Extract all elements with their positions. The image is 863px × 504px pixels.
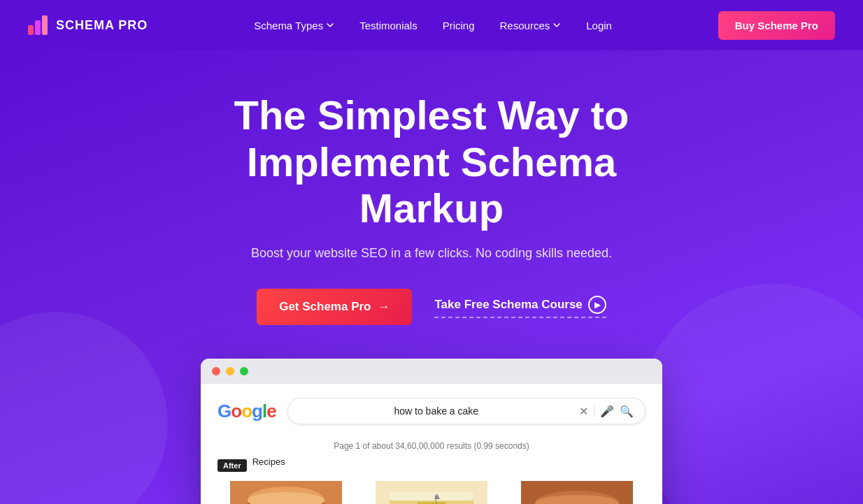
play-icon: ▶: [588, 296, 606, 314]
free-course-link[interactable]: Take Free Schema Course ▶: [434, 296, 606, 318]
hero-subtext: Boost your website SEO in a few clicks. …: [28, 246, 835, 261]
search-submit-icon[interactable]: 🔍: [620, 405, 634, 418]
hero-section: The Simplest Way to Implement Schema Mar…: [0, 50, 863, 504]
chevron-down-icon: [326, 21, 334, 29]
recipe-card: Simple Vanilla Cake Recipe & Video Joy o…: [363, 481, 500, 504]
nav-schema-types[interactable]: Schema Types: [254, 20, 334, 31]
google-logo: Google: [217, 401, 276, 422]
google-search-area: Google how to bake a cake ✕ 🎤 🔍: [201, 384, 662, 441]
recipe-card: How to Bake a Cake wikihow ★★★★★ (244): [217, 481, 355, 504]
dot-green: [240, 367, 248, 375]
after-badge: After: [217, 459, 247, 472]
browser-bar: [201, 359, 662, 384]
recipes-label: Recipes: [252, 456, 285, 467]
search-query: how to bake a cake: [299, 405, 573, 417]
browser-mockup: Google how to bake a cake ✕ 🎤 🔍 Page 1 o…: [201, 359, 662, 504]
navbar: SCHEMA PRO Schema Types Testimonials Pri…: [0, 0, 863, 50]
clear-icon[interactable]: ✕: [579, 405, 588, 418]
dot-red: [212, 367, 220, 375]
dot-yellow: [226, 367, 234, 375]
search-bar[interactable]: how to bake a cake ✕ 🎤 🔍: [287, 398, 646, 424]
svg-rect-2: [42, 15, 48, 35]
recipes-section: After Recipes: [201, 456, 662, 504]
recipe-image-2: [363, 481, 500, 504]
results-info: Page 1 of about 34,60,00,000 results (0.…: [201, 441, 662, 451]
browser-content: Google how to bake a cake ✕ 🎤 🔍 Page 1 o…: [201, 384, 662, 504]
search-divider: [594, 404, 594, 418]
svg-rect-10: [390, 492, 473, 501]
recipe-cards: How to Bake a Cake wikihow ★★★★★ (244): [217, 481, 646, 504]
recipe-card: Homemade Cake Recipe: How to Make... Tas…: [508, 481, 646, 504]
get-schema-button[interactable]: Get Schema Pro →: [257, 289, 412, 325]
svg-rect-0: [28, 25, 34, 35]
chevron-down-icon: [552, 21, 561, 29]
logo-text: SCHEMA PRO: [56, 18, 148, 33]
nav-testimonials[interactable]: Testimonials: [359, 20, 418, 31]
mic-icon[interactable]: 🎤: [600, 405, 614, 418]
nav-pricing[interactable]: Pricing: [443, 20, 475, 31]
nav-links: Schema Types Testimonials Pricing Resour…: [254, 20, 612, 31]
recipe-image-1: [217, 481, 355, 504]
search-icons: ✕ 🎤 🔍: [579, 404, 634, 418]
recipe-image-3: [508, 481, 646, 504]
logo-icon: [28, 15, 50, 35]
nav-login[interactable]: Login: [586, 20, 612, 31]
bg-circle-left: [0, 312, 168, 504]
svg-rect-1: [35, 20, 41, 35]
buy-button[interactable]: Buy Scheme Pro: [718, 11, 835, 40]
hero-headline: The Simplest Way to Implement Schema Mar…: [180, 92, 683, 232]
logo[interactable]: SCHEMA PRO: [28, 15, 148, 35]
google-logo-row: Google how to bake a cake ✕ 🎤 🔍: [217, 398, 646, 424]
nav-resources[interactable]: Resources: [500, 20, 562, 31]
